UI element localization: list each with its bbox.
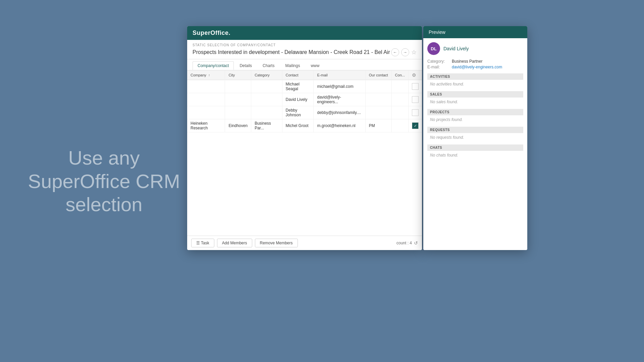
- column-settings-icon[interactable]: ⚙: [412, 72, 416, 78]
- requests-section: REQUESTS No requests found.: [427, 127, 523, 142]
- cell-our-contact: PM: [365, 119, 391, 132]
- crm-tabs: Company/contact Details Charts Mailings …: [187, 59, 422, 70]
- cell-con: [391, 80, 408, 93]
- cell-con: [391, 106, 408, 119]
- preview-info: Category: Business Partner E-mail: david…: [427, 59, 523, 69]
- selection-label: STATIC SELECTION OF COMPANY/CONTACT: [193, 43, 417, 47]
- cell-checkbox[interactable]: [409, 80, 422, 93]
- tab-details[interactable]: Details: [234, 61, 257, 70]
- crm-logo: SuperOffice.: [193, 29, 230, 37]
- table-area: Company ↑ City Category Contact E-mail O…: [187, 70, 422, 236]
- cell-email: m.groot@heineken.nl: [314, 119, 365, 132]
- row-checkbox[interactable]: [412, 109, 419, 116]
- requests-empty: No requests found.: [427, 134, 523, 142]
- col-company[interactable]: Company ↑: [187, 70, 225, 80]
- col-city[interactable]: City: [225, 70, 251, 80]
- table-row: Michael Seagal michael@gmail.com: [187, 80, 422, 93]
- preview-panel: Preview DL David Lively Category: Busine…: [423, 26, 527, 250]
- cell-checkbox[interactable]: [409, 93, 422, 106]
- cell-city: [225, 106, 251, 119]
- cell-our-contact: [365, 106, 391, 119]
- cell-con: [391, 93, 408, 106]
- add-members-button[interactable]: Add Members: [217, 239, 252, 247]
- cell-contact: David Lively: [282, 93, 314, 106]
- tab-charts[interactable]: Charts: [258, 61, 279, 70]
- crm-header: SuperOffice.: [187, 26, 422, 40]
- chats-empty: No chats found.: [427, 152, 523, 160]
- count-label: count : 4 ↺: [396, 240, 418, 246]
- row-checkbox[interactable]: ✓: [412, 122, 419, 129]
- main-table: Company ↑ City Category Contact E-mail O…: [187, 70, 422, 132]
- projects-section: PROJECTS No projects found.: [427, 109, 523, 124]
- cell-city: [225, 93, 251, 106]
- projects-empty: No projects found.: [427, 117, 523, 124]
- cell-category: [251, 93, 282, 106]
- cell-city: [225, 80, 251, 93]
- activities-section: ACTIVITIES No activities found.: [427, 73, 523, 88]
- crm-footer: ☰ Task Add Members Remove Members count …: [187, 236, 422, 250]
- title-area: STATIC SELECTION OF COMPANY/CONTACT Pros…: [187, 40, 422, 59]
- nav-back-button[interactable]: ←: [391, 48, 399, 56]
- preview-body: DL David Lively Category: Business Partn…: [423, 38, 527, 250]
- cell-email: debby@johnsonfamily....: [314, 106, 365, 119]
- tab-mailings[interactable]: Mailings: [280, 61, 305, 70]
- refresh-icon[interactable]: ↺: [414, 240, 418, 246]
- col-contact[interactable]: Contact: [282, 70, 314, 80]
- activities-header: ACTIVITIES: [427, 73, 523, 80]
- preview-contact: DL David Lively: [427, 42, 523, 55]
- avatar: DL: [427, 42, 440, 55]
- title-actions: ← → ☆: [391, 48, 417, 56]
- table-row: Heineken Research Eindhoven Business Par…: [187, 119, 422, 132]
- row-checkbox[interactable]: [412, 83, 419, 90]
- col-our-contact[interactable]: Our contact: [365, 70, 391, 80]
- row-checkbox[interactable]: [412, 96, 419, 103]
- remove-members-button[interactable]: Remove Members: [255, 239, 298, 247]
- crm-body: STATIC SELECTION OF COMPANY/CONTACT Pros…: [187, 40, 422, 250]
- cell-category: [251, 106, 282, 119]
- email-row: E-mail: david@lively-engineers.com: [427, 65, 523, 69]
- background-headline: Use any SuperOffice CRM selection: [20, 146, 188, 216]
- projects-header: PROJECTS: [427, 109, 523, 115]
- col-con[interactable]: Con...: [391, 70, 408, 80]
- cell-contact: Michael Seagal: [282, 80, 314, 93]
- category-row: Category: Business Partner: [427, 59, 523, 64]
- cell-email: david@lively-engineers...: [314, 93, 365, 106]
- sales-header: SALES: [427, 91, 523, 98]
- chats-section: CHATS No chats found.: [427, 144, 523, 160]
- cell-contact: Debby Johnson: [282, 106, 314, 119]
- selection-title: Prospects Interested in development - De…: [193, 48, 417, 56]
- sales-section: SALES No sales found.: [427, 91, 523, 106]
- cell-contact: Michel Groot: [282, 119, 314, 132]
- cell-company: Heineken Research: [187, 119, 225, 132]
- sales-empty: No sales found.: [427, 99, 523, 106]
- task-button[interactable]: ☰ Task: [191, 239, 214, 247]
- cell-category: Business Par...: [251, 119, 282, 132]
- chats-header: CHATS: [427, 144, 523, 151]
- col-category[interactable]: Category: [251, 70, 282, 80]
- cell-company: [187, 93, 225, 106]
- cell-checkbox[interactable]: [409, 106, 422, 119]
- favorite-button[interactable]: ☆: [411, 49, 417, 56]
- crm-window: SuperOffice. STATIC SELECTION OF COMPANY…: [187, 26, 422, 250]
- activities-empty: No activities found.: [427, 81, 523, 88]
- cell-our-contact: [365, 93, 391, 106]
- cell-email: michael@gmail.com: [314, 80, 365, 93]
- tab-company-contact[interactable]: Company/contact: [193, 61, 234, 70]
- cell-category: [251, 80, 282, 93]
- col-email[interactable]: E-mail: [314, 70, 365, 80]
- cell-checkbox[interactable]: ✓: [409, 119, 422, 132]
- tab-www[interactable]: www: [306, 61, 324, 70]
- table-row: David Lively david@lively-engineers...: [187, 93, 422, 106]
- cell-con: [391, 119, 408, 132]
- cell-company: [187, 80, 225, 93]
- col-settings[interactable]: ⚙: [409, 70, 422, 80]
- contact-name: David Lively: [443, 46, 469, 51]
- cell-city: Eindhoven: [225, 119, 251, 132]
- preview-header: Preview: [423, 26, 527, 38]
- nav-forward-button[interactable]: →: [401, 48, 409, 56]
- cell-our-contact: [365, 80, 391, 93]
- cell-company: [187, 106, 225, 119]
- requests-header: REQUESTS: [427, 127, 523, 133]
- table-row: Debby Johnson debby@johnsonfamily....: [187, 106, 422, 119]
